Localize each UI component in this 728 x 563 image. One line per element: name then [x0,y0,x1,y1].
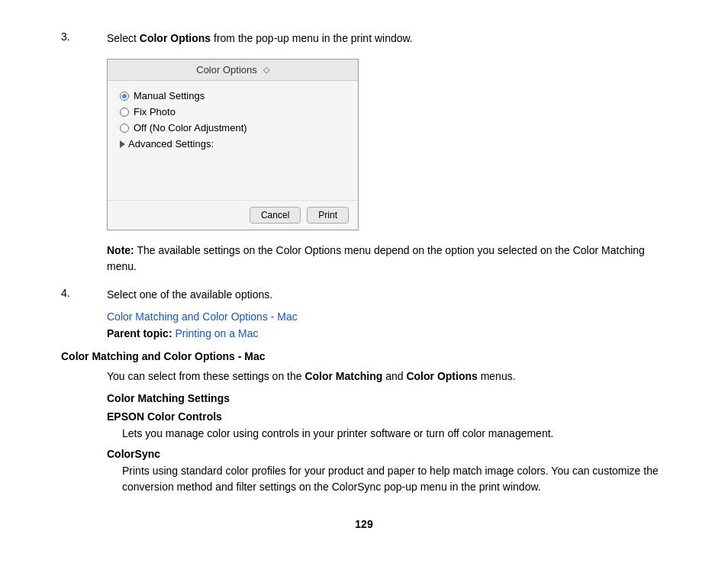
dialog-spacer [120,154,346,192]
note-text: The available settings on the Color Opti… [107,244,645,272]
dialog-screenshot: Color Options ◇ Manual Settings Fix Phot… [107,59,359,230]
dialog-body: Manual Settings Fix Photo Off (No Color … [108,81,358,200]
radio-off-no-color-circle [120,124,129,133]
dialog-titlebar: Color Options ◇ [108,60,358,81]
parent-topic-row: Parent topic: Printing on a Mac [107,327,667,339]
dialog-footer: Cancel Print [108,200,358,230]
parent-topic-label: Parent topic: [107,327,172,339]
radio-off-no-color: Off (No Color Adjustment) [120,122,346,134]
colorsync-heading: ColorSync [107,448,667,460]
step-3-row: 3. Select Color Options from the pop-up … [61,31,667,47]
content-block: You can select from these settings on th… [107,368,667,495]
note-box: Note: The available settings on the Colo… [107,243,667,275]
note-label: Note: [107,244,134,256]
section-intro: You can select from these settings on th… [107,368,667,384]
radio-manual-settings-label: Manual Settings [134,90,205,101]
colorsync-desc: Prints using standard color profiles for… [122,463,667,495]
radio-manual-settings: Manual Settings [120,90,346,101]
dialog-title: Color Options [196,64,256,76]
radio-fix-photo-circle [120,108,129,117]
step-4-number: 4. [61,287,107,303]
color-matching-settings-heading: Color Matching Settings [107,392,667,404]
advanced-settings-row: Advanced Settings: [120,138,346,150]
color-matching-bold: Color Matching [304,370,382,382]
page-number: 129 [355,518,372,530]
color-matching-link-row: Color Matching and Color Options - Mac [107,310,667,323]
parent-topic-link[interactable]: Printing on a Mac [175,327,258,339]
dialog-dropdown-arrow: ◇ [263,65,269,75]
section-heading: Color Matching and Color Options - Mac [61,350,667,362]
page-footer: 129 [61,518,667,530]
advanced-settings-label: Advanced Settings: [128,138,214,150]
epson-desc: Lets you manage color using controls in … [122,426,667,442]
color-options-bold2: Color Options [406,370,477,382]
step-3-number: 3. [61,31,107,47]
step-4-text: Select one of the available options. [107,287,272,303]
radio-off-no-color-label: Off (No Color Adjustment) [134,122,247,134]
print-button[interactable]: Print [307,207,349,224]
triangle-icon [120,140,125,148]
step-4-row: 4. Select one of the available options. [61,287,667,303]
cancel-button[interactable]: Cancel [250,207,301,224]
radio-manual-settings-circle [120,92,129,101]
color-matching-link[interactable]: Color Matching and Color Options - Mac [107,310,298,323]
step-3-text: Select Color Options from the pop-up men… [107,31,413,47]
page-content: 3. Select Color Options from the pop-up … [0,0,728,561]
radio-fix-photo-label: Fix Photo [134,106,176,117]
epson-heading: EPSON Color Controls [107,410,667,423]
color-options-bold: Color Options [140,32,211,44]
radio-fix-photo: Fix Photo [120,106,346,117]
